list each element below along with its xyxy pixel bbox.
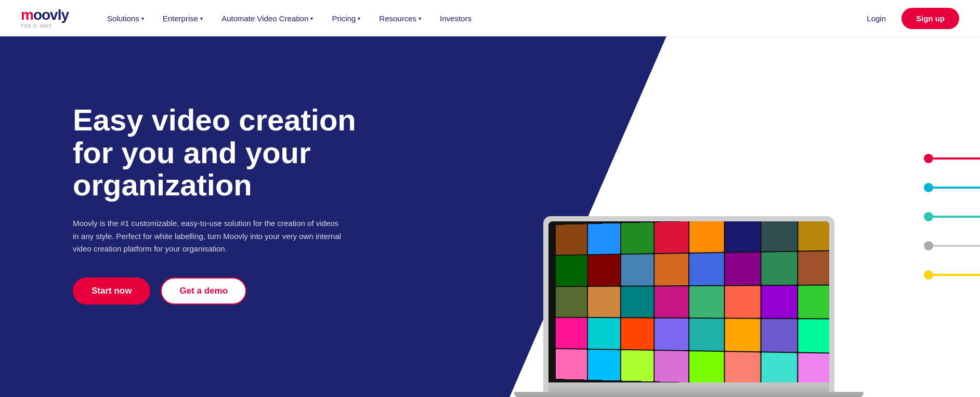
get-demo-button[interactable]: Get a demo (161, 277, 246, 305)
video-tile (556, 287, 587, 317)
video-tile (556, 318, 587, 349)
video-wall (556, 221, 829, 382)
decorative-lines (924, 154, 980, 280)
logo-ticker: TSX.V: MVY (21, 23, 69, 29)
video-tile (621, 318, 654, 349)
hero-text-block: Easy video creation for you and your org… (73, 36, 374, 305)
video-tile (761, 352, 797, 382)
video-tile (725, 319, 760, 351)
deco-bar (933, 245, 980, 247)
deco-line-5 (924, 270, 980, 280)
laptop (543, 216, 834, 397)
video-tile (725, 352, 760, 382)
video-tile (621, 350, 654, 381)
deco-line-4 (924, 241, 980, 250)
nav-investors[interactable]: Investors (433, 10, 479, 27)
nav-automate[interactable]: Automate Video Creation ▾ (214, 10, 320, 27)
video-tile (725, 221, 760, 252)
video-tile (799, 319, 829, 352)
deco-bar (933, 157, 980, 160)
video-tile (689, 351, 724, 382)
deco-line-1 (924, 154, 980, 163)
video-tile (588, 255, 620, 286)
header-actions: Login Sign up (859, 8, 959, 29)
video-tile (725, 253, 760, 285)
hero-buttons: Start now Get a demo (73, 277, 374, 305)
video-tile (655, 221, 688, 253)
hero-description: Moovly is the #1 customizable, easy-to-u… (73, 217, 343, 256)
header: moovly TSX.V: MVY Solutions ▾ Enterprise… (0, 0, 980, 36)
deco-bar (933, 216, 980, 218)
signup-button[interactable]: Sign up (901, 8, 959, 29)
video-tile (655, 286, 688, 317)
video-tile (761, 221, 797, 252)
chevron-down-icon: ▾ (310, 16, 313, 21)
deco-bar (933, 187, 980, 189)
video-tile (761, 319, 797, 352)
deco-bar (933, 274, 980, 276)
nav-solutions[interactable]: Solutions ▾ (100, 10, 151, 27)
nav-pricing[interactable]: Pricing ▾ (324, 10, 368, 27)
login-button[interactable]: Login (859, 10, 893, 27)
video-tile (588, 349, 620, 380)
video-tile (621, 222, 654, 254)
video-tile (655, 319, 688, 350)
deco-dot (924, 212, 933, 221)
video-tile (725, 286, 760, 318)
video-tile (799, 252, 829, 285)
video-tile (621, 254, 654, 285)
video-tile (689, 221, 724, 253)
logo[interactable]: moovly TSX.V: MVY (21, 8, 69, 29)
video-tile (799, 285, 829, 318)
start-now-button[interactable]: Start now (73, 277, 150, 305)
deco-dot (924, 154, 933, 163)
laptop-screen-outer (543, 216, 834, 392)
video-tile (556, 349, 587, 379)
laptop-base (548, 382, 829, 392)
video-tile (621, 286, 654, 317)
video-tile (655, 351, 688, 382)
chevron-down-icon: ▾ (200, 16, 203, 21)
deco-line-3 (924, 212, 980, 221)
hero-section: Easy video creation for you and your org… (0, 36, 980, 397)
deco-dot (924, 270, 933, 280)
video-tile (689, 319, 724, 350)
video-tile (761, 252, 797, 285)
video-tile (689, 286, 724, 317)
deco-dot (924, 183, 933, 192)
deco-dot (924, 241, 933, 250)
main-nav: Solutions ▾ Enterprise ▾ Automate Video … (100, 10, 859, 27)
chevron-down-icon: ▾ (419, 16, 421, 21)
video-tile (588, 286, 620, 317)
hero-content: Easy video creation for you and your org… (0, 36, 980, 397)
video-tile (799, 353, 829, 382)
video-tile (799, 221, 829, 251)
video-tile (556, 256, 587, 286)
laptop-screen-inner (548, 221, 829, 382)
laptop-foot (514, 392, 864, 397)
chevron-down-icon: ▾ (141, 16, 144, 21)
video-tile (556, 224, 587, 255)
video-tile (761, 286, 797, 319)
video-tile (689, 253, 724, 285)
nav-resources[interactable]: Resources ▾ (372, 10, 428, 27)
logo-text: moovly (21, 8, 69, 22)
chevron-down-icon: ▾ (358, 16, 360, 21)
deco-line-2 (924, 183, 980, 192)
video-tile (655, 254, 688, 285)
hero-title: Easy video creation for you and your org… (73, 104, 374, 202)
laptop-visual (543, 216, 834, 397)
video-tile (588, 223, 620, 255)
video-tile (588, 318, 620, 349)
nav-enterprise[interactable]: Enterprise ▾ (155, 10, 210, 27)
